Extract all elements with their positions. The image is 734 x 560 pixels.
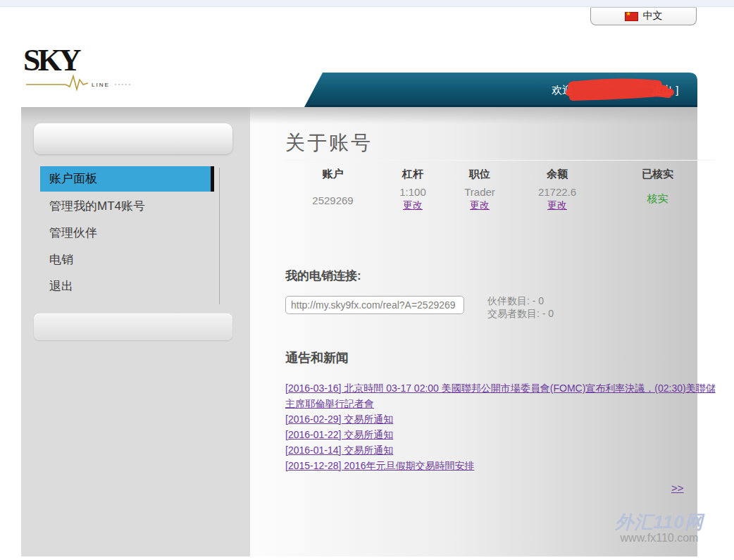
sidebar-divider (219, 168, 220, 304)
language-button[interactable]: ★ 中文 (590, 7, 697, 25)
title-rule (285, 160, 715, 161)
sidebar-item-manage-partners[interactable]: 管理伙伴 (40, 220, 218, 247)
sidebar-item-telemarketing[interactable]: 电销 (40, 247, 218, 273)
main-panel: 关于账号 账户 2529269 杠杆 1:100 更改 职位 Trader 更改 (250, 107, 697, 556)
news-item: [2016-01-14] 交易所通知 (285, 442, 716, 458)
change-balance-link[interactable]: 更改 (547, 199, 567, 212)
position-column: 职位 Trader 更改 (445, 168, 514, 212)
column-header-leverage: 杠杆 (402, 168, 423, 186)
verified-column: 已核实 核实 (600, 168, 715, 212)
top-strip (0, 0, 734, 7)
balance-column: 余额 21722.6 更改 (514, 168, 600, 212)
sidebar-footer-box (34, 313, 232, 340)
skyline-logo: SKY LINE (23, 45, 136, 90)
sidebar-item-manage-mt4[interactable]: 管理我的MT4账号 (40, 193, 218, 220)
sidebar-item-logout[interactable]: 退出 (40, 273, 218, 300)
verified-status: 核实 (647, 192, 668, 205)
news-link-5[interactable]: [2015-12-28] 2016年元旦假期交易時間安排 (285, 460, 474, 471)
sidebar: 账户面板 管理我的MT4账号 管理伙伴 电销 退出 (21, 107, 250, 556)
watermark-title: 外汇110网 (604, 513, 714, 531)
cn-flag-icon: ★ (625, 12, 638, 21)
watermark-url: www.fx110.com (604, 531, 714, 545)
partners-count: 伙伴数目: - 0 (487, 294, 554, 307)
header-bar (304, 73, 697, 107)
logo-subtext: LINE (92, 82, 110, 88)
column-header-verified: 已核实 (642, 168, 673, 186)
news-item: [2015-12-28] 2016年元旦假期交易時間安排 (285, 458, 716, 473)
news-link-3[interactable]: [2016-01-22] 交易所通知 (285, 429, 393, 440)
watermark: 外汇110网 www.fx110.com (604, 513, 714, 545)
content: 账户面板 管理我的MT4账号 管理伙伴 电销 退出 关于账号 账户 252926… (21, 107, 697, 556)
change-leverage-link[interactable]: 更改 (403, 199, 423, 212)
language-label: 中文 (643, 10, 663, 23)
more-news-link[interactable]: >> (671, 482, 684, 494)
logout-wrap: 退出 ] (652, 84, 678, 97)
sidebar-header-box (34, 123, 232, 154)
news-heading: 通告和新闻 (285, 349, 349, 366)
ekg-line-icon: LINE (25, 73, 134, 92)
logo-text: SKY (23, 45, 136, 76)
balance-value: 21722.6 (538, 186, 576, 199)
sidebar-item-account-panel[interactable]: 账户面板 (40, 166, 214, 192)
column-header-position: 职位 (469, 168, 490, 186)
logout-link[interactable]: 退出 (652, 84, 673, 96)
leverage-value: 1:100 (399, 186, 426, 199)
news-list: [2016-03-16] 北京時間 03-17 02:00 美國聯邦公開市場委員… (285, 380, 716, 473)
change-position-link[interactable]: 更改 (470, 199, 490, 212)
welcome-label: 欢迎 (552, 84, 573, 97)
news-item: [2016-01-22] 交易所通知 (285, 427, 716, 442)
partner-stats: 伙伴数目: - 0 交易者数目: - 0 (487, 294, 554, 320)
news-link-1[interactable]: [2016-03-16] 北京時間 03-17 02:00 美國聯邦公開市場委員… (285, 382, 716, 409)
account-column: 账户 2529269 (285, 168, 380, 212)
news-link-4[interactable]: [2016-01-14] 交易所通知 (285, 444, 393, 456)
leverage-column: 杠杆 1:100 更改 (380, 168, 445, 212)
news-link-2[interactable]: [2016-02-29] 交易所通知 (285, 413, 393, 425)
telemarketing-url-input[interactable] (285, 296, 464, 314)
column-header-balance: 余额 (547, 168, 568, 186)
account-number: 2529269 (312, 194, 353, 207)
account-table: 账户 2529269 杠杆 1:100 更改 职位 Trader 更改 余额 2… (285, 168, 715, 212)
news-item: [2016-02-29] 交易所通知 (285, 411, 716, 427)
column-header-account: 账户 (323, 168, 344, 186)
position-value: Trader (464, 186, 495, 199)
telemarketing-link-heading: 我的电销连接: (285, 268, 361, 284)
traders-count: 交易者数目: - 0 (487, 307, 554, 320)
news-item: [2016-03-16] 北京時間 03-17 02:00 美國聯邦公開市場委員… (285, 380, 716, 411)
page: ★ 中文 SKY LINE 欢迎 退出 ] (0, 0, 734, 560)
logout-bracket: ] (676, 84, 678, 96)
page-title: 关于账号 (285, 130, 373, 156)
header-bar-shape (304, 73, 697, 107)
